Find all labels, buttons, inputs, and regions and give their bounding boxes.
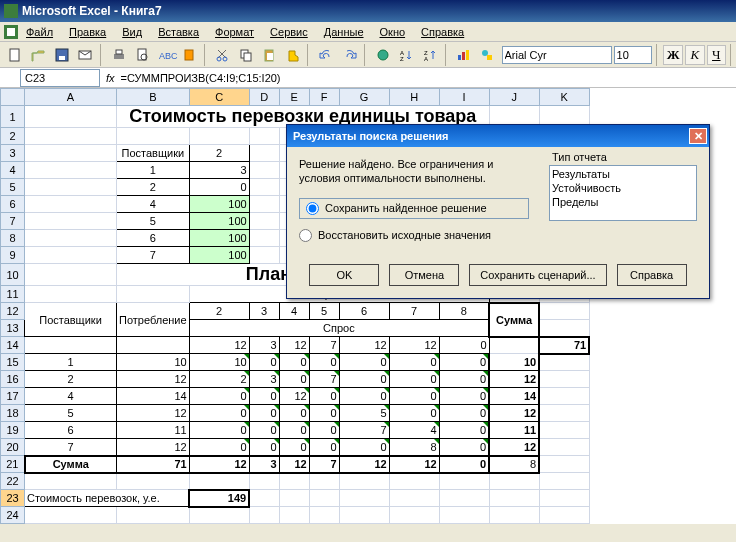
- cell[interactable]: 0: [189, 388, 249, 405]
- cell[interactable]: 0: [309, 354, 339, 371]
- cell[interactable]: [279, 507, 309, 524]
- cancel-button[interactable]: Отмена: [389, 264, 459, 286]
- row-header[interactable]: 16: [1, 371, 25, 388]
- cell[interactable]: 100: [189, 196, 249, 213]
- cell[interactable]: 12: [389, 337, 439, 354]
- cell[interactable]: [249, 145, 279, 162]
- cell[interactable]: 6: [25, 422, 117, 439]
- cell[interactable]: [25, 473, 117, 490]
- cell[interactable]: 71: [117, 456, 190, 473]
- cell[interactable]: 4: [117, 196, 190, 213]
- cell[interactable]: [489, 507, 539, 524]
- cell[interactable]: [249, 507, 279, 524]
- research-icon[interactable]: [178, 44, 199, 66]
- cell[interactable]: [25, 106, 117, 128]
- cell[interactable]: 1: [25, 354, 117, 371]
- cell[interactable]: Стоимость перевозок, у.е.: [25, 490, 190, 507]
- row-header[interactable]: 19: [1, 422, 25, 439]
- cell[interactable]: [249, 213, 279, 230]
- menu-insert[interactable]: Вставка: [152, 24, 205, 40]
- row-header[interactable]: 22: [1, 473, 25, 490]
- report-listbox[interactable]: Результаты Устойчивость Пределы: [549, 165, 697, 221]
- cell[interactable]: [279, 490, 309, 507]
- col-header-J[interactable]: J: [489, 89, 539, 106]
- italic-button[interactable]: К: [685, 45, 705, 65]
- cell[interactable]: 1: [117, 162, 190, 179]
- help-button[interactable]: Справка: [617, 264, 687, 286]
- cell[interactable]: 4: [25, 388, 117, 405]
- hyperlink-icon[interactable]: [372, 44, 393, 66]
- chart-icon[interactable]: [453, 44, 474, 66]
- cell[interactable]: [489, 473, 539, 490]
- cell[interactable]: [439, 490, 489, 507]
- cell[interactable]: 10: [189, 354, 249, 371]
- cell[interactable]: 0: [309, 439, 339, 456]
- row-header[interactable]: 21: [1, 456, 25, 473]
- close-icon[interactable]: ✕: [689, 128, 707, 144]
- cell[interactable]: 0: [439, 388, 489, 405]
- cell[interactable]: 0: [389, 354, 439, 371]
- report-opt-limits[interactable]: Пределы: [552, 196, 694, 210]
- row-header[interactable]: 1: [1, 106, 25, 128]
- cell[interactable]: [339, 490, 389, 507]
- copy-icon[interactable]: [235, 44, 256, 66]
- row-header[interactable]: 14: [1, 337, 25, 354]
- cell[interactable]: [539, 507, 589, 524]
- cell[interactable]: [389, 507, 439, 524]
- cell[interactable]: 7: [309, 337, 339, 354]
- row-header[interactable]: 20: [1, 439, 25, 456]
- cell[interactable]: [539, 371, 589, 388]
- cell[interactable]: 0: [389, 388, 439, 405]
- drawing-icon[interactable]: [476, 44, 497, 66]
- cell[interactable]: [189, 473, 249, 490]
- cell[interactable]: 0: [249, 439, 279, 456]
- cell[interactable]: [339, 507, 389, 524]
- cell[interactable]: [539, 490, 589, 507]
- row-header[interactable]: 11: [1, 286, 25, 303]
- col-header-C[interactable]: C: [189, 89, 249, 106]
- font-name-combo[interactable]: [502, 46, 612, 64]
- cell[interactable]: [117, 337, 190, 354]
- cell[interactable]: 12: [339, 337, 389, 354]
- cell[interactable]: 0: [439, 439, 489, 456]
- col-header-D[interactable]: D: [249, 89, 279, 106]
- row-header[interactable]: 8: [1, 230, 25, 247]
- radio-keep-input[interactable]: [306, 202, 319, 215]
- cell[interactable]: 7: [339, 422, 389, 439]
- cell[interactable]: [25, 213, 117, 230]
- cell[interactable]: [439, 473, 489, 490]
- col-header-I[interactable]: I: [439, 89, 489, 106]
- fx-icon[interactable]: fx: [106, 72, 115, 84]
- cell[interactable]: 2: [189, 145, 249, 162]
- dialog-titlebar[interactable]: Результаты поиска решения ✕: [287, 125, 709, 147]
- cell[interactable]: 4: [279, 303, 309, 320]
- cell[interactable]: 12: [189, 456, 249, 473]
- cell[interactable]: [249, 473, 279, 490]
- cell[interactable]: [309, 490, 339, 507]
- report-opt-results[interactable]: Результаты: [552, 168, 694, 182]
- row-header[interactable]: 18: [1, 405, 25, 422]
- cell[interactable]: [539, 456, 589, 473]
- cell[interactable]: 0: [309, 388, 339, 405]
- cell[interactable]: [489, 337, 539, 354]
- cell[interactable]: 0: [189, 179, 249, 196]
- cell[interactable]: Поставщики: [117, 145, 190, 162]
- menu-format[interactable]: Формат: [209, 24, 260, 40]
- cell[interactable]: [25, 230, 117, 247]
- cell[interactable]: 0: [249, 354, 279, 371]
- row-header[interactable]: 4: [1, 162, 25, 179]
- cell[interactable]: 4: [389, 422, 439, 439]
- radio-keep-solution[interactable]: Сохранить найденное решение: [299, 198, 529, 219]
- row-header[interactable]: 17: [1, 388, 25, 405]
- menu-tools[interactable]: Сервис: [264, 24, 314, 40]
- cell[interactable]: 2: [25, 371, 117, 388]
- cell[interactable]: [117, 473, 190, 490]
- cell[interactable]: 5: [309, 303, 339, 320]
- cell[interactable]: [539, 422, 589, 439]
- cell[interactable]: 3: [249, 337, 279, 354]
- cell[interactable]: 0: [309, 422, 339, 439]
- cell[interactable]: 0: [439, 337, 489, 354]
- cell[interactable]: [439, 507, 489, 524]
- cell[interactable]: [539, 320, 589, 337]
- app-menu-icon[interactable]: [4, 25, 18, 39]
